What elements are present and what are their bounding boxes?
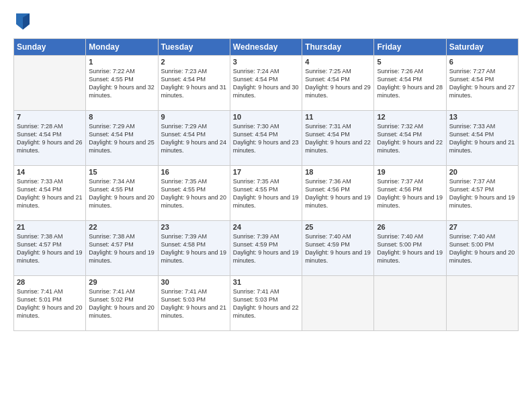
day-number: 10 <box>233 113 299 121</box>
calendar-cell: 30Sunrise: 7:41 AMSunset: 5:03 PMDayligh… <box>158 275 230 330</box>
day-number: 17 <box>233 168 299 176</box>
calendar-cell: 31Sunrise: 7:41 AMSunset: 5:03 PMDayligh… <box>230 275 302 330</box>
day-info: Sunrise: 7:26 AMSunset: 4:54 PMDaylight:… <box>377 67 443 100</box>
header <box>13 12 519 34</box>
calendar-cell: 16Sunrise: 7:35 AMSunset: 4:55 PMDayligh… <box>158 165 230 220</box>
calendar-cell: 15Sunrise: 7:34 AMSunset: 4:55 PMDayligh… <box>86 165 158 220</box>
weekday-header: Sunday <box>14 38 86 55</box>
calendar-week-row: 21Sunrise: 7:38 AMSunset: 4:57 PMDayligh… <box>14 220 519 275</box>
logo-text <box>13 20 31 34</box>
day-number: 15 <box>89 168 154 176</box>
calendar-cell <box>374 275 446 330</box>
weekday-header-row: SundayMondayTuesdayWednesdayThursdayFrid… <box>14 38 519 55</box>
logo-icon <box>15 11 31 30</box>
day-number: 12 <box>377 113 443 121</box>
day-number: 18 <box>305 168 371 176</box>
day-info: Sunrise: 7:33 AMSunset: 4:54 PMDaylight:… <box>17 177 83 210</box>
calendar-cell: 25Sunrise: 7:40 AMSunset: 4:59 PMDayligh… <box>302 220 374 275</box>
day-number: 27 <box>449 223 515 231</box>
day-number: 19 <box>377 168 443 176</box>
day-info: Sunrise: 7:40 AMSunset: 4:59 PMDaylight:… <box>305 232 371 265</box>
day-number: 2 <box>161 58 227 66</box>
day-info: Sunrise: 7:27 AMSunset: 4:54 PMDaylight:… <box>449 67 515 100</box>
page: SundayMondayTuesdayWednesdayThursdayFrid… <box>0 0 532 411</box>
day-info: Sunrise: 7:37 AMSunset: 4:56 PMDaylight:… <box>377 177 443 210</box>
day-number: 29 <box>89 278 154 286</box>
calendar-cell: 10Sunrise: 7:30 AMSunset: 4:54 PMDayligh… <box>230 110 302 165</box>
weekday-header: Friday <box>374 38 446 55</box>
day-number: 23 <box>161 223 227 231</box>
day-info: Sunrise: 7:22 AMSunset: 4:55 PMDaylight:… <box>89 67 154 100</box>
calendar-cell: 27Sunrise: 7:40 AMSunset: 5:00 PMDayligh… <box>446 220 518 275</box>
day-info: Sunrise: 7:41 AMSunset: 5:03 PMDaylight:… <box>161 287 227 320</box>
day-info: Sunrise: 7:41 AMSunset: 5:02 PMDaylight:… <box>89 287 154 320</box>
day-info: Sunrise: 7:38 AMSunset: 4:57 PMDaylight:… <box>89 232 154 265</box>
day-number: 11 <box>305 113 371 121</box>
day-number: 4 <box>305 58 371 66</box>
calendar-cell <box>446 275 518 330</box>
day-number: 14 <box>17 168 83 176</box>
day-number: 5 <box>377 58 443 66</box>
weekday-header: Saturday <box>446 38 518 55</box>
day-info: Sunrise: 7:36 AMSunset: 4:56 PMDaylight:… <box>305 177 371 210</box>
calendar-cell: 24Sunrise: 7:39 AMSunset: 4:59 PMDayligh… <box>230 220 302 275</box>
day-number: 31 <box>233 278 299 286</box>
day-info: Sunrise: 7:41 AMSunset: 5:03 PMDaylight:… <box>233 287 299 320</box>
calendar-cell: 29Sunrise: 7:41 AMSunset: 5:02 PMDayligh… <box>86 275 158 330</box>
calendar-week-row: 28Sunrise: 7:41 AMSunset: 5:01 PMDayligh… <box>14 275 519 330</box>
day-number: 28 <box>17 278 83 286</box>
day-number: 26 <box>377 223 443 231</box>
calendar-cell: 7Sunrise: 7:28 AMSunset: 4:54 PMDaylight… <box>14 110 86 165</box>
day-number: 22 <box>89 223 154 231</box>
calendar-week-row: 7Sunrise: 7:28 AMSunset: 4:54 PMDaylight… <box>14 110 519 165</box>
day-info: Sunrise: 7:35 AMSunset: 4:55 PMDaylight:… <box>233 177 299 210</box>
day-info: Sunrise: 7:29 AMSunset: 4:54 PMDaylight:… <box>89 122 154 155</box>
day-info: Sunrise: 7:41 AMSunset: 5:01 PMDaylight:… <box>17 287 83 320</box>
calendar-cell: 17Sunrise: 7:35 AMSunset: 4:55 PMDayligh… <box>230 165 302 220</box>
day-info: Sunrise: 7:39 AMSunset: 4:59 PMDaylight:… <box>233 232 299 265</box>
day-info: Sunrise: 7:30 AMSunset: 4:54 PMDaylight:… <box>233 122 299 155</box>
calendar-week-row: 14Sunrise: 7:33 AMSunset: 4:54 PMDayligh… <box>14 165 519 220</box>
day-number: 24 <box>233 223 299 231</box>
calendar-week-row: 1Sunrise: 7:22 AMSunset: 4:55 PMDaylight… <box>14 55 519 110</box>
day-info: Sunrise: 7:29 AMSunset: 4:54 PMDaylight:… <box>161 122 227 155</box>
day-number: 13 <box>449 113 515 121</box>
day-number: 25 <box>305 223 371 231</box>
day-info: Sunrise: 7:38 AMSunset: 4:57 PMDaylight:… <box>17 232 83 265</box>
calendar-cell: 3Sunrise: 7:24 AMSunset: 4:54 PMDaylight… <box>230 55 302 110</box>
day-info: Sunrise: 7:24 AMSunset: 4:54 PMDaylight:… <box>233 67 299 100</box>
logo <box>13 12 31 34</box>
calendar-cell: 12Sunrise: 7:32 AMSunset: 4:54 PMDayligh… <box>374 110 446 165</box>
day-number: 21 <box>17 223 83 231</box>
day-info: Sunrise: 7:28 AMSunset: 4:54 PMDaylight:… <box>17 122 83 155</box>
calendar-cell: 18Sunrise: 7:36 AMSunset: 4:56 PMDayligh… <box>302 165 374 220</box>
calendar-cell: 11Sunrise: 7:31 AMSunset: 4:54 PMDayligh… <box>302 110 374 165</box>
day-info: Sunrise: 7:40 AMSunset: 5:00 PMDaylight:… <box>377 232 443 265</box>
day-info: Sunrise: 7:34 AMSunset: 4:55 PMDaylight:… <box>89 177 154 210</box>
calendar-cell: 20Sunrise: 7:37 AMSunset: 4:57 PMDayligh… <box>446 165 518 220</box>
weekday-header: Monday <box>86 38 158 55</box>
calendar-cell: 28Sunrise: 7:41 AMSunset: 5:01 PMDayligh… <box>14 275 86 330</box>
day-number: 16 <box>161 168 227 176</box>
calendar-cell: 19Sunrise: 7:37 AMSunset: 4:56 PMDayligh… <box>374 165 446 220</box>
weekday-header: Wednesday <box>230 38 302 55</box>
day-info: Sunrise: 7:33 AMSunset: 4:54 PMDaylight:… <box>449 122 515 155</box>
calendar-cell: 6Sunrise: 7:27 AMSunset: 4:54 PMDaylight… <box>446 55 518 110</box>
calendar-cell: 14Sunrise: 7:33 AMSunset: 4:54 PMDayligh… <box>14 165 86 220</box>
calendar-table: SundayMondayTuesdayWednesdayThursdayFrid… <box>13 38 519 331</box>
calendar-cell: 9Sunrise: 7:29 AMSunset: 4:54 PMDaylight… <box>158 110 230 165</box>
calendar-cell: 4Sunrise: 7:25 AMSunset: 4:54 PMDaylight… <box>302 55 374 110</box>
calendar-cell <box>14 55 86 110</box>
calendar-cell: 21Sunrise: 7:38 AMSunset: 4:57 PMDayligh… <box>14 220 86 275</box>
day-number: 7 <box>17 113 83 121</box>
day-number: 20 <box>449 168 515 176</box>
day-number: 9 <box>161 113 227 121</box>
day-number: 1 <box>89 58 154 66</box>
calendar-cell: 26Sunrise: 7:40 AMSunset: 5:00 PMDayligh… <box>374 220 446 275</box>
day-info: Sunrise: 7:25 AMSunset: 4:54 PMDaylight:… <box>305 67 371 100</box>
calendar-cell: 13Sunrise: 7:33 AMSunset: 4:54 PMDayligh… <box>446 110 518 165</box>
day-info: Sunrise: 7:39 AMSunset: 4:58 PMDaylight:… <box>161 232 227 265</box>
calendar-cell: 5Sunrise: 7:26 AMSunset: 4:54 PMDaylight… <box>374 55 446 110</box>
day-info: Sunrise: 7:23 AMSunset: 4:54 PMDaylight:… <box>161 67 227 100</box>
day-number: 6 <box>449 58 515 66</box>
